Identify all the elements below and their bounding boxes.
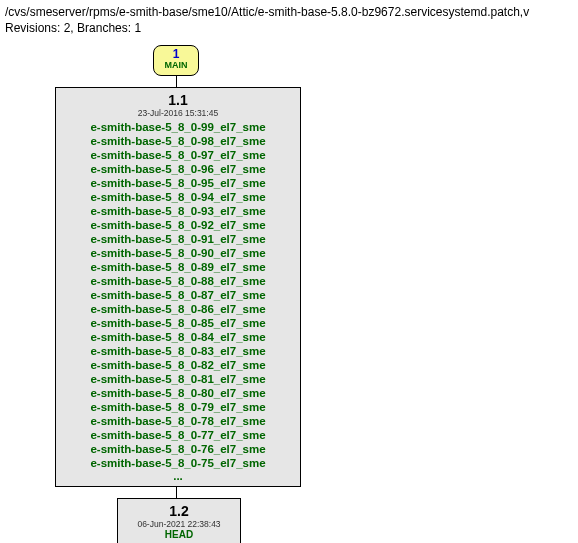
revision-tag: e-smith-base-5_8_0-87_el7_sme (58, 288, 298, 302)
revision-tag: e-smith-base-5_8_0-88_el7_sme (58, 274, 298, 288)
revision-node-1-1[interactable]: 1.1 23-Jul-2016 15:31:45 e-smith-base-5_… (55, 87, 301, 487)
revision-tag: e-smith-base-5_8_0-76_el7_sme (58, 442, 298, 456)
revision-date: 06-Jun-2021 22:38:43 (120, 519, 238, 529)
revision-tag: e-smith-base-5_8_0-81_el7_sme (58, 372, 298, 386)
revision-tag: e-smith-base-5_8_0-96_el7_sme (58, 162, 298, 176)
branch-label: MAIN (154, 61, 198, 71)
revision-node-1-2[interactable]: 1.2 06-Jun-2021 22:38:43 HEAD (117, 498, 241, 543)
revision-tag: e-smith-base-5_8_0-98_el7_sme (58, 134, 298, 148)
revision-tag: e-smith-base-5_8_0-93_el7_sme (58, 204, 298, 218)
connector-line (176, 76, 177, 87)
revisions-summary: Revisions: 2, Branches: 1 (5, 21, 573, 35)
repo-path: /cvs/smeserver/rpms/e-smith-base/sme10/A… (5, 5, 573, 19)
revision-tag: e-smith-base-5_8_0-85_el7_sme (58, 316, 298, 330)
revision-tag: e-smith-base-5_8_0-94_el7_sme (58, 190, 298, 204)
revision-tag: e-smith-base-5_8_0-99_el7_sme (58, 120, 298, 134)
revision-version: 1.2 (120, 503, 238, 519)
connector-line (176, 487, 177, 498)
revision-tag: e-smith-base-5_8_0-79_el7_sme (58, 400, 298, 414)
revision-tag: e-smith-base-5_8_0-75_el7_sme (58, 456, 298, 470)
revision-tag: e-smith-base-5_8_0-82_el7_sme (58, 358, 298, 372)
branch-node-main[interactable]: 1 MAIN (153, 45, 199, 76)
revision-tag: e-smith-base-5_8_0-90_el7_sme (58, 246, 298, 260)
revision-tag: e-smith-base-5_8_0-95_el7_sme (58, 176, 298, 190)
revision-tag: HEAD (120, 529, 238, 540)
revision-tag: e-smith-base-5_8_0-77_el7_sme (58, 428, 298, 442)
revision-tag: e-smith-base-5_8_0-97_el7_sme (58, 148, 298, 162)
revision-date: 23-Jul-2016 15:31:45 (58, 108, 298, 118)
revision-tag: e-smith-base-5_8_0-92_el7_sme (58, 218, 298, 232)
tags-ellipsis: ... (58, 470, 298, 482)
revision-version: 1.1 (58, 92, 298, 108)
revision-graph: 1 MAIN 1.1 23-Jul-2016 15:31:45 e-smith-… (35, 45, 573, 543)
revision-tag: e-smith-base-5_8_0-83_el7_sme (58, 344, 298, 358)
revision-tag: e-smith-base-5_8_0-91_el7_sme (58, 232, 298, 246)
revision-tag: e-smith-base-5_8_0-84_el7_sme (58, 330, 298, 344)
revision-tag: e-smith-base-5_8_0-78_el7_sme (58, 414, 298, 428)
revision-tag: e-smith-base-5_8_0-86_el7_sme (58, 302, 298, 316)
revision-tag: e-smith-base-5_8_0-89_el7_sme (58, 260, 298, 274)
revision-tag: e-smith-base-5_8_0-80_el7_sme (58, 386, 298, 400)
